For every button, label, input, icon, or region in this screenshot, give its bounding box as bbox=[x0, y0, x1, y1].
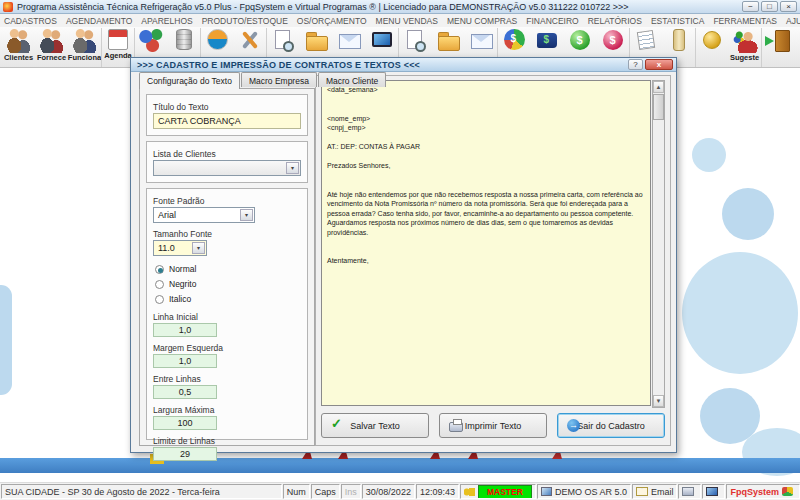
menu-financeiro[interactable]: FINANCEIRO bbox=[526, 16, 578, 26]
chevron-down-icon[interactable]: ▾ bbox=[240, 209, 253, 221]
status-email[interactable]: Email bbox=[632, 484, 678, 499]
colored-gears-icon bbox=[138, 28, 164, 53]
fpqsystem-icon bbox=[782, 487, 793, 496]
radio-icon bbox=[155, 280, 164, 289]
toolbar-item-exit[interactable] bbox=[761, 28, 794, 67]
dialog-title: >>> CADASTRO E IMPRESSÃO DE CONTRATOS E … bbox=[137, 60, 420, 70]
toolbar-item-fornecedores[interactable]: Fornece bbox=[35, 28, 68, 67]
printer-icon bbox=[449, 422, 463, 432]
tamanho-fonte-select[interactable]: 11.0 ▾ bbox=[153, 240, 207, 256]
menu-ferramentas[interactable]: FERRAMENTAS bbox=[713, 16, 777, 26]
radio-italico-label: Italico bbox=[169, 294, 191, 304]
fonte-padrao-select[interactable]: Arial ▾ bbox=[153, 207, 255, 223]
menu-cadastros[interactable]: CADASTROS bbox=[4, 16, 57, 26]
app-window: { "window": { "title": "Programa Assistê… bbox=[0, 0, 800, 500]
menu-agendamento[interactable]: AGENDAMENTO bbox=[66, 16, 132, 26]
calendar-icon bbox=[108, 29, 128, 50]
radio-negrito[interactable]: Negrito bbox=[155, 277, 301, 291]
radio-icon bbox=[155, 265, 164, 274]
status-time: 12:09:43 bbox=[416, 484, 459, 499]
menu-relatorios[interactable]: RELATÓRIOS bbox=[588, 16, 642, 26]
maximize-button[interactable]: □ bbox=[761, 1, 778, 12]
fonte-padrao-label: Fonte Padrão bbox=[153, 196, 301, 206]
menu-os-orcamento[interactable]: OS/ORÇAMENTO bbox=[297, 16, 367, 26]
lista-clientes-select[interactable]: ▾ bbox=[153, 160, 301, 176]
printer-icon bbox=[682, 487, 694, 496]
toolbar-item-sugeste[interactable]: Sugeste bbox=[728, 28, 761, 67]
titulo-texto-input[interactable]: CARTA COBRANÇA bbox=[153, 113, 301, 129]
group-titulo-texto: Título do Texto CARTA COBRANÇA bbox=[146, 94, 308, 136]
toolbar-item-label: Agenda bbox=[104, 51, 132, 60]
tab-macro-cliente[interactable]: Macro Cliente bbox=[318, 72, 386, 87]
folder-icon bbox=[435, 28, 461, 53]
imprimir-texto-button[interactable]: Imprimir Texto bbox=[439, 413, 547, 438]
margem-esquerda-label: Margem Esquerda bbox=[153, 343, 301, 353]
radio-normal[interactable]: Normal bbox=[155, 262, 301, 276]
radio-icon bbox=[155, 295, 164, 304]
window-title: Programa Assistência Técnica Refrigeraçã… bbox=[17, 2, 742, 12]
email-icon bbox=[636, 487, 648, 496]
menu-menu-compras[interactable]: MENU COMPRAS bbox=[447, 16, 517, 26]
scroll-thumb[interactable] bbox=[653, 94, 664, 120]
dollar-red-icon bbox=[603, 30, 623, 50]
coin-icon bbox=[703, 31, 721, 49]
entre-linhas-label: Entre Linhas bbox=[153, 374, 301, 384]
close-button[interactable]: × bbox=[780, 1, 797, 12]
decoration-splash bbox=[692, 138, 726, 172]
status-ins: Ins bbox=[341, 484, 361, 499]
receipt-icon bbox=[637, 30, 655, 50]
people-icon bbox=[72, 28, 98, 53]
dialog-help-button[interactable]: ? bbox=[628, 59, 643, 70]
menu-menu-vendas[interactable]: MENU VENDAS bbox=[376, 16, 438, 26]
status-system: DEMO OS AR 5.0 bbox=[537, 484, 631, 499]
status-printer[interactable] bbox=[678, 484, 701, 499]
sair-cadastro-button[interactable]: → Sair do Cadastro bbox=[557, 413, 665, 438]
window-controls: − □ × bbox=[742, 1, 797, 12]
menu-aparelhos[interactable]: APARELHOS bbox=[141, 16, 192, 26]
monitor-icon bbox=[706, 487, 718, 496]
fonte-padrao-value: Arial bbox=[158, 210, 176, 220]
tab-macro-empresa[interactable]: Macro Empresa bbox=[241, 72, 317, 87]
decoration-splash bbox=[0, 285, 12, 395]
chevron-down-icon[interactable]: ▾ bbox=[286, 162, 299, 174]
menu-produto-estoque[interactable]: PRODUTO/ESTOQUE bbox=[202, 16, 288, 26]
margem-esquerda-input[interactable]: 1,0 bbox=[153, 354, 217, 368]
scroll-icon bbox=[673, 29, 685, 51]
check-icon: ✓ bbox=[331, 416, 342, 431]
dialog-close-button[interactable]: x bbox=[645, 59, 673, 70]
barrel-icon bbox=[176, 29, 192, 50]
people-icon bbox=[6, 28, 32, 53]
chevron-down-icon[interactable]: ▾ bbox=[192, 242, 205, 254]
linha-inicial-input[interactable]: 1,0 bbox=[153, 323, 217, 337]
status-brand-label: FpqSystem bbox=[730, 487, 779, 497]
status-monitor[interactable] bbox=[702, 484, 725, 499]
status-user: MASTER bbox=[460, 484, 536, 499]
system-icon bbox=[541, 487, 552, 496]
radio-italico[interactable]: Italico bbox=[155, 292, 301, 306]
radio-normal-label: Normal bbox=[169, 264, 196, 274]
minimize-button[interactable]: − bbox=[742, 1, 759, 12]
group-fonte-config: Fonte Padrão Arial ▾ Tamanho Fonte 11.0 … bbox=[146, 188, 308, 440]
document-search-icon bbox=[402, 28, 428, 53]
toolbar-item-clientes[interactable]: Clientes bbox=[2, 28, 35, 67]
menu-estatistica[interactable]: ESTATISTICA bbox=[651, 16, 705, 26]
money-book-icon bbox=[537, 33, 557, 48]
arrow-right-icon: → bbox=[567, 419, 580, 432]
toolbar-item-label: Fornece bbox=[37, 53, 66, 62]
toolbar-item-funcionarios[interactable]: Funciona bbox=[68, 28, 101, 67]
limite-linhas-input[interactable]: 29 bbox=[153, 447, 217, 461]
scroll-up-icon[interactable]: ▲ bbox=[653, 81, 664, 93]
tab-configuracao-texto[interactable]: Configuração do Texto bbox=[139, 72, 240, 89]
menu-ajuda[interactable]: AJUDA bbox=[786, 16, 800, 26]
editor-panel: <data_semana> <nome_emp> <cnpj_emp> AT.:… bbox=[315, 75, 671, 446]
toolbar-item-coin[interactable] bbox=[695, 28, 728, 67]
editor-scrollbar[interactable]: ▲ ▼ bbox=[652, 80, 665, 408]
largura-maxima-input[interactable]: 100 bbox=[153, 416, 217, 430]
entre-linhas-input[interactable]: 0,5 bbox=[153, 385, 217, 399]
toolbar-item-label: Sugeste bbox=[730, 53, 759, 62]
dollar-green-icon bbox=[570, 30, 590, 50]
scroll-down-icon[interactable]: ▼ bbox=[653, 395, 664, 407]
globe-icon bbox=[207, 29, 228, 50]
salvar-texto-button[interactable]: ✓ Salvar Texto bbox=[321, 413, 429, 438]
text-editor[interactable]: <data_semana> <nome_emp> <cnpj_emp> AT.:… bbox=[321, 80, 651, 406]
